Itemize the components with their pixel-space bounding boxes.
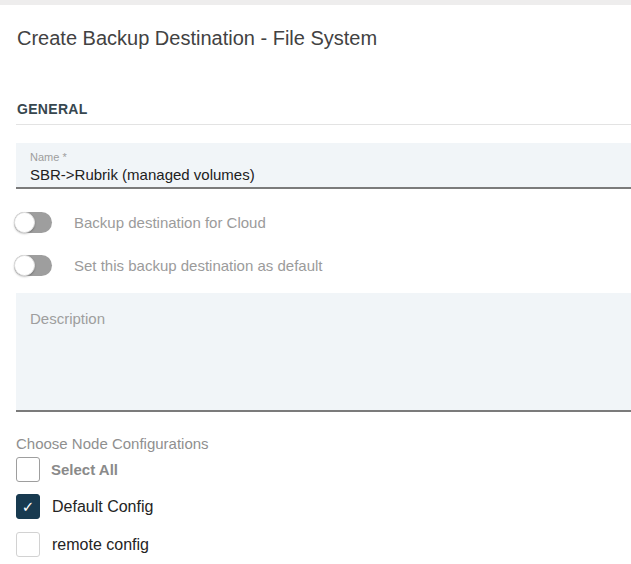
default-config-checkbox[interactable]: ✓ [16,494,40,519]
default-destination-toggle[interactable] [14,255,52,276]
name-field-container: Name * [16,143,631,189]
remote-config-checkbox[interactable] [16,532,40,557]
description-textarea[interactable] [16,293,631,412]
general-section-label: GENERAL [16,101,88,117]
window-top-strip [0,0,631,5]
toggle-knob [14,255,35,276]
name-input[interactable] [30,166,610,183]
default-destination-toggle-row: Set this backup destination as default [14,255,631,276]
select-all-row: Select All [16,457,631,482]
page-title: Create Backup Destination - File System [17,24,615,52]
select-all-label: Select All [51,461,118,478]
default-config-label: Default Config [52,498,153,516]
default-config-row: ✓ Default Config [16,494,631,519]
toggle-knob [14,212,35,233]
cloud-toggle[interactable] [14,212,52,233]
remote-config-row: remote config [16,532,631,557]
choose-node-configurations-label: Choose Node Configurations [16,436,631,452]
cloud-toggle-row: Backup destination for Cloud [14,212,631,233]
checkmark-icon: ✓ [22,499,35,514]
select-all-checkbox[interactable] [16,457,40,482]
default-destination-toggle-label: Set this backup destination as default [74,255,323,276]
name-field-label: Name * [30,151,631,164]
general-section-header: GENERAL [16,100,631,125]
remote-config-label: remote config [52,536,149,554]
cloud-toggle-label: Backup destination for Cloud [74,212,266,233]
